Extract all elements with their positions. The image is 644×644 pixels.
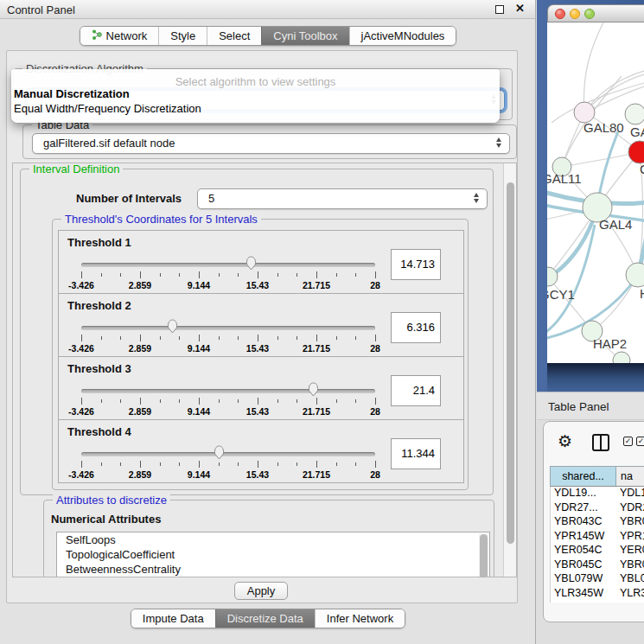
tab-infer-network[interactable]: Infer Network (315, 609, 405, 628)
threshold-value-field[interactable]: 6.316 (391, 312, 441, 343)
tab-network[interactable]: Network (80, 27, 159, 45)
tab-jactivemnodules[interactable]: jActiveMNodules (349, 27, 456, 45)
gear-icon[interactable]: ⚙ (558, 431, 572, 451)
tab-impute-data[interactable]: Impute Data (131, 609, 215, 628)
tick-mark (219, 399, 220, 403)
network-window-frame-bottom (547, 363, 644, 392)
control-panel: Control Panel ✕ NetworkStyleSelectCyni T… (0, 0, 536, 644)
dropdown-option[interactable]: Equal Width/Frequency Discretization (11, 101, 500, 116)
tick-mark (238, 336, 239, 340)
table-row[interactable]: YPR145WYPR1 (551, 530, 644, 545)
group-title: Interval Definition (29, 163, 123, 175)
table-row[interactable]: YLR345WYLR3 (551, 587, 644, 602)
table-row[interactable]: YIL052CYIL0 (551, 601, 644, 603)
threshold-value-field[interactable]: 11.344 (391, 438, 441, 469)
tick-mark (336, 399, 337, 403)
table-row[interactable]: YBR043CYBR0 (551, 515, 644, 530)
cyni-toolbox-panel: Discretization Algorithm Table Data galF… (6, 50, 518, 603)
network-node[interactable] (626, 263, 644, 287)
tick-mark (258, 271, 258, 278)
float-window-icon[interactable] (495, 5, 504, 14)
tick-mark (179, 273, 180, 277)
threshold-block: Threshold 4-3.4262.8599.14415.4321.71528… (58, 419, 464, 483)
table-cell: YBL079W (551, 572, 616, 587)
tab-label: Select (219, 29, 250, 42)
apply-button[interactable]: Apply (234, 582, 288, 600)
tick-label: 15.43 (246, 469, 269, 480)
table-row[interactable]: YDL19...YDL1 (551, 487, 644, 501)
checkbox-icon[interactable]: ✓ (623, 437, 633, 446)
tick-label: 2.859 (129, 406, 151, 417)
tick-mark (258, 461, 258, 468)
tick-mark (179, 336, 180, 340)
network-window-titlebar[interactable] (547, 4, 644, 22)
tab-select[interactable]: Select (207, 27, 261, 45)
column-header[interactable]: shared... (551, 467, 616, 486)
threshold-label: Threshold 4 (67, 425, 131, 438)
tab-discretize-data[interactable]: Discretize Data (215, 609, 315, 628)
checkbox-icon[interactable]: ✓ (636, 437, 644, 446)
combo-value: galFiltered.sif default node (43, 137, 175, 150)
tick-mark (199, 335, 200, 341)
tick-mark (238, 462, 239, 466)
tick-mark (120, 336, 121, 340)
tab-label: Cyni Toolbox (273, 29, 337, 42)
tick-mark (219, 462, 220, 466)
table-row[interactable]: YBR045CYBR0 (551, 558, 644, 573)
table-cell: YBL0 (616, 572, 644, 587)
network-node[interactable] (625, 104, 644, 124)
tick-mark (140, 461, 141, 468)
close-icon[interactable]: ✕ (515, 2, 525, 15)
bottom-tab-bar: Impute DataDiscretize DataInfer Network (0, 609, 536, 628)
tick-mark (120, 462, 121, 466)
list-item[interactable]: TopologicalCoefficient (57, 547, 489, 562)
numerical-attributes-list[interactable]: SelfLoopsTopologicalCoefficientBetweenne… (56, 532, 490, 577)
tick-mark (258, 398, 258, 405)
tick-mark (375, 461, 376, 468)
slider-thumb[interactable] (245, 256, 258, 271)
slider-track[interactable] (81, 389, 375, 393)
network-view-window[interactable]: GAL80GALGAL11CGAL4GCY1HHAP2 (537, 0, 644, 392)
tick-label: 9.144 (188, 406, 210, 417)
threshold-value-field[interactable]: 14.713 (391, 249, 441, 280)
slider-thumb[interactable] (213, 445, 226, 460)
node-label: GAL (630, 124, 644, 139)
column-header[interactable]: na (616, 467, 644, 486)
table-row[interactable]: YBL079WYBL0 (551, 572, 644, 587)
threshold-block: Threshold 3-3.4262.8599.14415.4321.71528… (58, 356, 464, 420)
table-cell: YDR2 (616, 501, 644, 516)
table-row[interactable]: YDR27...YDR2 (551, 501, 644, 516)
tick-mark (316, 335, 317, 341)
list-item[interactable]: BetweennessCentrality (57, 562, 489, 577)
tick-mark (140, 398, 141, 405)
zoom-traffic-light-icon[interactable] (584, 9, 595, 19)
algorithm-dropdown-popup: Select algorithm to view settings Manual… (11, 69, 500, 123)
slider-track[interactable] (81, 452, 375, 456)
table-data-combobox[interactable]: galFiltered.sif default node (32, 133, 510, 154)
slider-track[interactable] (81, 326, 375, 330)
network-canvas[interactable]: GAL80GALGAL11CGAL4GCY1HHAP2 (547, 22, 644, 363)
node-label: H (640, 286, 644, 301)
table-row[interactable]: YER054CYER0 (551, 544, 644, 558)
minimize-traffic-light-icon[interactable] (570, 9, 580, 19)
number-of-intervals-combobox[interactable]: 5 (197, 188, 488, 209)
split-columns-icon[interactable] (592, 434, 609, 451)
tick-mark (140, 335, 141, 341)
tick-mark (81, 461, 82, 468)
threshold-value-field[interactable]: 21.4 (391, 375, 441, 406)
tab-style[interactable]: Style (158, 27, 207, 45)
slider-thumb[interactable] (166, 319, 179, 334)
slider-track[interactable] (81, 263, 375, 267)
settings-scrollpane: Interval Definition Number of Intervals … (12, 163, 517, 577)
vertical-scrollbar[interactable] (503, 163, 516, 577)
dropdown-option[interactable]: Manual Discretization (11, 86, 500, 101)
network-node[interactable] (613, 352, 630, 363)
tab-cyni-toolbox[interactable]: Cyni Toolbox (261, 27, 348, 45)
close-traffic-light-icon[interactable] (555, 9, 565, 19)
list-item[interactable]: SelfLoops (57, 532, 489, 547)
list-scrollbar[interactable] (479, 533, 488, 577)
group-title: Threshold's Coordinates for 5 Intervals (61, 213, 261, 226)
combo-arrows-icon (496, 137, 501, 148)
slider-thumb[interactable] (307, 382, 320, 397)
table-cell: YLR3 (616, 587, 644, 602)
